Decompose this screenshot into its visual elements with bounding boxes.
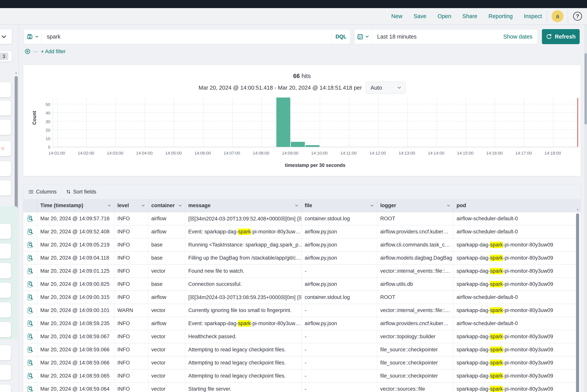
histogram-bar[interactable] [291, 142, 305, 147]
field-pill[interactable] [0, 345, 11, 360]
search-highlight: spark [490, 360, 503, 366]
cell-file: airflow.py.json [302, 252, 377, 264]
x-tick-label: 14:02:00 [78, 151, 94, 156]
field-pill[interactable] [0, 322, 11, 337]
chart-range-label: Mar 20, 2024 @ 14:00:51.418 - Mar 20, 20… [198, 84, 362, 91]
chevron-down-icon [294, 204, 299, 208]
cell-container: vector [148, 356, 185, 369]
saved-query-menu-button[interactable] [24, 29, 42, 44]
time-range-value[interactable]: Last 18 minutes [372, 34, 503, 40]
field-pill[interactable] [0, 161, 11, 176]
selected-fields-box[interactable]: 3 [0, 51, 12, 62]
y-tick-label: 20 [46, 128, 50, 133]
query-language-button[interactable]: DQL [332, 29, 350, 44]
cell-time: Mar 20, 2024 @ 14:08:59.067 [37, 330, 114, 343]
expand-document-button[interactable] [23, 238, 37, 251]
field-pill[interactable] [0, 282, 11, 298]
cell-level: INFO [114, 370, 148, 382]
y-gridline [53, 112, 578, 113]
cell-container: vector [148, 370, 185, 382]
field-pill[interactable] [0, 82, 11, 97]
field-pill[interactable] [0, 365, 11, 380]
histogram-bar[interactable] [276, 98, 290, 147]
expand-document-button[interactable] [23, 212, 37, 225]
interval-select[interactable]: Auto [366, 82, 406, 94]
expand-document-button[interactable] [23, 291, 37, 304]
nav-link-inspect[interactable]: Inspect [524, 13, 542, 20]
nav-divider [568, 10, 568, 22]
sidebar-collapse-button[interactable] [0, 29, 12, 44]
cell-message: Event: sparkapp-dag-spark-pi-monitor-80y… [185, 225, 302, 238]
table-toolbar: Columns Sort fields [23, 184, 581, 199]
field-pill[interactable] [0, 384, 11, 392]
window-scrollbar-thumb[interactable] [584, 53, 587, 124]
field-pill[interactable] [0, 120, 11, 135]
expand-document-button[interactable] [23, 382, 37, 392]
log-row: Mar 20, 2024 @ 14:09:00.315INFOairflow[☒… [23, 291, 581, 304]
expand-document-button[interactable] [23, 343, 37, 356]
expand-document-button[interactable] [23, 330, 37, 343]
add-filter-button[interactable]: + Add filter [41, 48, 66, 54]
column-header-time-timestamp-[interactable]: Time (timestamp) [37, 199, 114, 212]
histogram-bar[interactable] [306, 145, 320, 147]
x-tick-label: 14:14:00 [428, 151, 444, 156]
cell-message: Running <TaskInstance: sparkapp_dag.spar… [185, 238, 302, 251]
column-header-logger[interactable]: logger [377, 199, 454, 212]
x-axis-labels: 14:01:0014:02:0014:03:0014:04:0014:05:00… [52, 151, 578, 156]
nav-link-reporting[interactable]: Reporting [488, 13, 513, 20]
filter-icon[interactable] [25, 48, 30, 54]
cell-message: [☒[34m2024-03-20T13:09:52.408+0000☒[0m] … [185, 212, 302, 225]
sort-fields-button[interactable]: Sort fields [66, 189, 96, 195]
chevron-down-icon [370, 204, 374, 208]
x-gridline [320, 98, 320, 147]
column-header-pod[interactable]: pod [454, 199, 581, 212]
nav-link-save[interactable]: Save [414, 13, 426, 20]
column-header-message[interactable]: message [185, 199, 302, 212]
field-pill[interactable] [0, 263, 11, 278]
expand-document-button[interactable] [23, 225, 37, 238]
nav-link-share[interactable]: Share [462, 13, 477, 20]
cell-logger: file_source::checkpointer [377, 370, 454, 382]
column-header-container[interactable]: container [148, 199, 185, 212]
calendar-menu-button[interactable] [354, 29, 372, 44]
expand-document-button[interactable] [23, 317, 37, 330]
help-icon[interactable]: ? [573, 12, 582, 20]
cell-message: Found new file to watch. [185, 264, 302, 278]
cell-time: Mar 20, 2024 @ 14:09:05.219 [37, 238, 114, 251]
window-scrollbar[interactable] [584, 24, 587, 392]
avatar[interactable]: a [552, 10, 564, 22]
field-pill[interactable] [0, 243, 11, 259]
cell-level: INFO [114, 225, 148, 238]
show-dates-button[interactable]: Show dates [503, 34, 538, 40]
x-gridline [57, 98, 58, 147]
field-pill[interactable] [0, 100, 11, 116]
cell-logger: ROOT [377, 291, 454, 304]
expand-document-button[interactable] [23, 278, 37, 291]
column-header-level[interactable]: level [114, 199, 148, 212]
column-header-file[interactable]: file [302, 199, 377, 212]
expand-document-button[interactable] [23, 304, 37, 317]
cell-time: Mar 20, 2024 @ 14:09:00.315 [37, 291, 114, 304]
cell-message: [☒[34m2024-03-20T13:08:59.235+0000☒[0m] … [185, 291, 302, 304]
field-pill[interactable] [0, 180, 11, 196]
refresh-button[interactable]: Refresh [542, 29, 580, 44]
columns-button[interactable]: Columns [28, 189, 57, 195]
table-scroll-up-icon[interactable]: ▲ [576, 208, 579, 211]
log-row: Mar 20, 2024 @ 14:09:01.125INFOvectorFou… [23, 264, 581, 278]
expand-document-button[interactable] [23, 370, 37, 382]
table-scrollbar[interactable] [576, 213, 579, 392]
search-input[interactable]: spark [42, 34, 332, 40]
expand-document-button[interactable] [23, 252, 37, 264]
nav-link-open[interactable]: Open [438, 13, 451, 20]
field-pill[interactable] [0, 302, 11, 318]
nav-link-new[interactable]: New [391, 13, 402, 20]
field-pill[interactable] [0, 224, 11, 239]
cell-container: base [148, 278, 185, 291]
expand-document-button[interactable] [23, 356, 37, 369]
histogram-plot[interactable] [52, 98, 578, 147]
sidebar-scroll-up-icon[interactable]: ▲ [15, 71, 18, 74]
expand-document-button[interactable] [23, 264, 37, 278]
x-tick-label: 14:15:00 [457, 151, 474, 156]
field-pill[interactable]: ✕ [0, 141, 11, 156]
cell-file: - [302, 356, 377, 369]
